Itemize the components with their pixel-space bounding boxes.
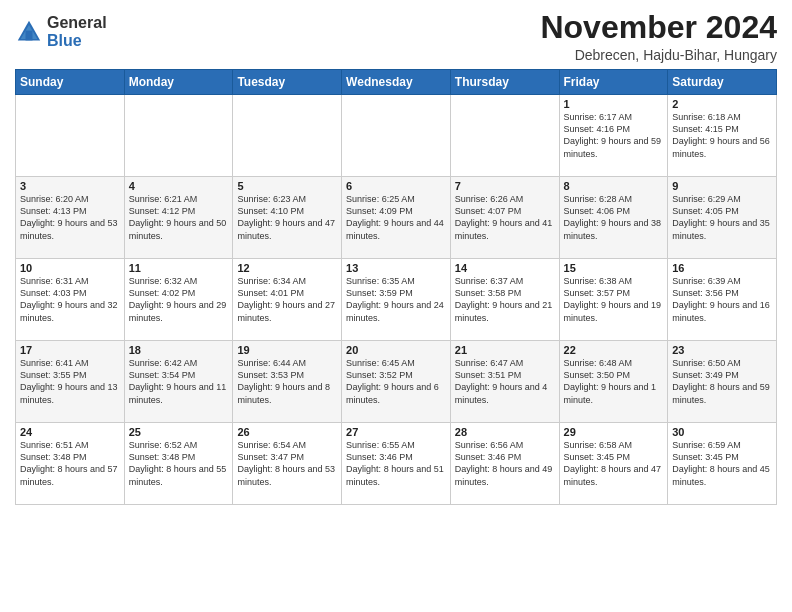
cell-w3-d4: 21Sunrise: 6:47 AMSunset: 3:51 PMDayligh…: [450, 341, 559, 423]
logo-blue-text: Blue: [47, 32, 107, 50]
cell-w2-d4: 14Sunrise: 6:37 AMSunset: 3:58 PMDayligh…: [450, 259, 559, 341]
day-info: Sunrise: 6:39 AMSunset: 3:56 PMDaylight:…: [672, 275, 772, 324]
day-number: 6: [346, 180, 446, 192]
day-info: Sunrise: 6:50 AMSunset: 3:49 PMDaylight:…: [672, 357, 772, 406]
week-row-4: 24Sunrise: 6:51 AMSunset: 3:48 PMDayligh…: [16, 423, 777, 505]
cell-w1-d5: 8Sunrise: 6:28 AMSunset: 4:06 PMDaylight…: [559, 177, 668, 259]
day-number: 21: [455, 344, 555, 356]
day-info: Sunrise: 6:31 AMSunset: 4:03 PMDaylight:…: [20, 275, 120, 324]
day-info: Sunrise: 6:48 AMSunset: 3:50 PMDaylight:…: [564, 357, 664, 406]
day-info: Sunrise: 6:35 AMSunset: 3:59 PMDaylight:…: [346, 275, 446, 324]
day-number: 8: [564, 180, 664, 192]
day-info: Sunrise: 6:45 AMSunset: 3:52 PMDaylight:…: [346, 357, 446, 406]
day-info: Sunrise: 6:38 AMSunset: 3:57 PMDaylight:…: [564, 275, 664, 324]
cell-w2-d1: 11Sunrise: 6:32 AMSunset: 4:02 PMDayligh…: [124, 259, 233, 341]
page: General Blue November 2024 Debrecen, Haj…: [0, 0, 792, 612]
cell-w0-d3: [342, 95, 451, 177]
day-info: Sunrise: 6:52 AMSunset: 3:48 PMDaylight:…: [129, 439, 229, 488]
cell-w2-d5: 15Sunrise: 6:38 AMSunset: 3:57 PMDayligh…: [559, 259, 668, 341]
week-row-1: 3Sunrise: 6:20 AMSunset: 4:13 PMDaylight…: [16, 177, 777, 259]
cell-w0-d6: 2Sunrise: 6:18 AMSunset: 4:15 PMDaylight…: [668, 95, 777, 177]
day-number: 28: [455, 426, 555, 438]
day-info: Sunrise: 6:51 AMSunset: 3:48 PMDaylight:…: [20, 439, 120, 488]
logo: General Blue: [15, 14, 107, 49]
day-number: 1: [564, 98, 664, 110]
cell-w4-d1: 25Sunrise: 6:52 AMSunset: 3:48 PMDayligh…: [124, 423, 233, 505]
day-info: Sunrise: 6:55 AMSunset: 3:46 PMDaylight:…: [346, 439, 446, 488]
day-number: 16: [672, 262, 772, 274]
day-info: Sunrise: 6:42 AMSunset: 3:54 PMDaylight:…: [129, 357, 229, 406]
day-info: Sunrise: 6:58 AMSunset: 3:45 PMDaylight:…: [564, 439, 664, 488]
day-info: Sunrise: 6:34 AMSunset: 4:01 PMDaylight:…: [237, 275, 337, 324]
day-info: Sunrise: 6:26 AMSunset: 4:07 PMDaylight:…: [455, 193, 555, 242]
cell-w1-d3: 6Sunrise: 6:25 AMSunset: 4:09 PMDaylight…: [342, 177, 451, 259]
day-number: 23: [672, 344, 772, 356]
cell-w2-d6: 16Sunrise: 6:39 AMSunset: 3:56 PMDayligh…: [668, 259, 777, 341]
cell-w3-d1: 18Sunrise: 6:42 AMSunset: 3:54 PMDayligh…: [124, 341, 233, 423]
day-info: Sunrise: 6:44 AMSunset: 3:53 PMDaylight:…: [237, 357, 337, 406]
day-info: Sunrise: 6:37 AMSunset: 3:58 PMDaylight:…: [455, 275, 555, 324]
day-info: Sunrise: 6:18 AMSunset: 4:15 PMDaylight:…: [672, 111, 772, 160]
cell-w3-d5: 22Sunrise: 6:48 AMSunset: 3:50 PMDayligh…: [559, 341, 668, 423]
col-friday: Friday: [559, 70, 668, 95]
day-info: Sunrise: 6:56 AMSunset: 3:46 PMDaylight:…: [455, 439, 555, 488]
week-row-2: 10Sunrise: 6:31 AMSunset: 4:03 PMDayligh…: [16, 259, 777, 341]
day-number: 10: [20, 262, 120, 274]
cell-w4-d3: 27Sunrise: 6:55 AMSunset: 3:46 PMDayligh…: [342, 423, 451, 505]
cell-w3-d2: 19Sunrise: 6:44 AMSunset: 3:53 PMDayligh…: [233, 341, 342, 423]
day-number: 26: [237, 426, 337, 438]
day-info: Sunrise: 6:25 AMSunset: 4:09 PMDaylight:…: [346, 193, 446, 242]
cell-w3-d0: 17Sunrise: 6:41 AMSunset: 3:55 PMDayligh…: [16, 341, 125, 423]
day-number: 25: [129, 426, 229, 438]
day-number: 11: [129, 262, 229, 274]
month-title: November 2024: [540, 10, 777, 45]
day-number: 4: [129, 180, 229, 192]
cell-w3-d3: 20Sunrise: 6:45 AMSunset: 3:52 PMDayligh…: [342, 341, 451, 423]
cell-w0-d1: [124, 95, 233, 177]
day-info: Sunrise: 6:28 AMSunset: 4:06 PMDaylight:…: [564, 193, 664, 242]
day-number: 15: [564, 262, 664, 274]
cell-w1-d2: 5Sunrise: 6:23 AMSunset: 4:10 PMDaylight…: [233, 177, 342, 259]
col-wednesday: Wednesday: [342, 70, 451, 95]
cell-w1-d0: 3Sunrise: 6:20 AMSunset: 4:13 PMDaylight…: [16, 177, 125, 259]
cell-w0-d4: [450, 95, 559, 177]
cell-w2-d2: 12Sunrise: 6:34 AMSunset: 4:01 PMDayligh…: [233, 259, 342, 341]
day-info: Sunrise: 6:32 AMSunset: 4:02 PMDaylight:…: [129, 275, 229, 324]
day-number: 13: [346, 262, 446, 274]
title-block: November 2024 Debrecen, Hajdu-Bihar, Hun…: [540, 10, 777, 63]
day-info: Sunrise: 6:20 AMSunset: 4:13 PMDaylight:…: [20, 193, 120, 242]
day-info: Sunrise: 6:17 AMSunset: 4:16 PMDaylight:…: [564, 111, 664, 160]
day-number: 9: [672, 180, 772, 192]
cell-w0-d2: [233, 95, 342, 177]
day-number: 30: [672, 426, 772, 438]
col-thursday: Thursday: [450, 70, 559, 95]
day-number: 17: [20, 344, 120, 356]
day-info: Sunrise: 6:47 AMSunset: 3:51 PMDaylight:…: [455, 357, 555, 406]
cell-w1-d4: 7Sunrise: 6:26 AMSunset: 4:07 PMDaylight…: [450, 177, 559, 259]
day-info: Sunrise: 6:29 AMSunset: 4:05 PMDaylight:…: [672, 193, 772, 242]
day-number: 20: [346, 344, 446, 356]
day-number: 2: [672, 98, 772, 110]
header: General Blue November 2024 Debrecen, Haj…: [15, 10, 777, 63]
location-subtitle: Debrecen, Hajdu-Bihar, Hungary: [540, 47, 777, 63]
col-monday: Monday: [124, 70, 233, 95]
day-info: Sunrise: 6:41 AMSunset: 3:55 PMDaylight:…: [20, 357, 120, 406]
day-number: 3: [20, 180, 120, 192]
week-row-0: 1Sunrise: 6:17 AMSunset: 4:16 PMDaylight…: [16, 95, 777, 177]
day-info: Sunrise: 6:59 AMSunset: 3:45 PMDaylight:…: [672, 439, 772, 488]
week-row-3: 17Sunrise: 6:41 AMSunset: 3:55 PMDayligh…: [16, 341, 777, 423]
cell-w3-d6: 23Sunrise: 6:50 AMSunset: 3:49 PMDayligh…: [668, 341, 777, 423]
calendar-table: Sunday Monday Tuesday Wednesday Thursday…: [15, 69, 777, 505]
day-info: Sunrise: 6:23 AMSunset: 4:10 PMDaylight:…: [237, 193, 337, 242]
cell-w0-d0: [16, 95, 125, 177]
svg-rect-2: [26, 30, 33, 40]
day-number: 29: [564, 426, 664, 438]
cell-w4-d2: 26Sunrise: 6:54 AMSunset: 3:47 PMDayligh…: [233, 423, 342, 505]
day-number: 7: [455, 180, 555, 192]
cell-w0-d5: 1Sunrise: 6:17 AMSunset: 4:16 PMDaylight…: [559, 95, 668, 177]
col-sunday: Sunday: [16, 70, 125, 95]
logo-general-text: General: [47, 14, 107, 32]
day-number: 18: [129, 344, 229, 356]
day-number: 14: [455, 262, 555, 274]
logo-icon: [15, 18, 43, 46]
